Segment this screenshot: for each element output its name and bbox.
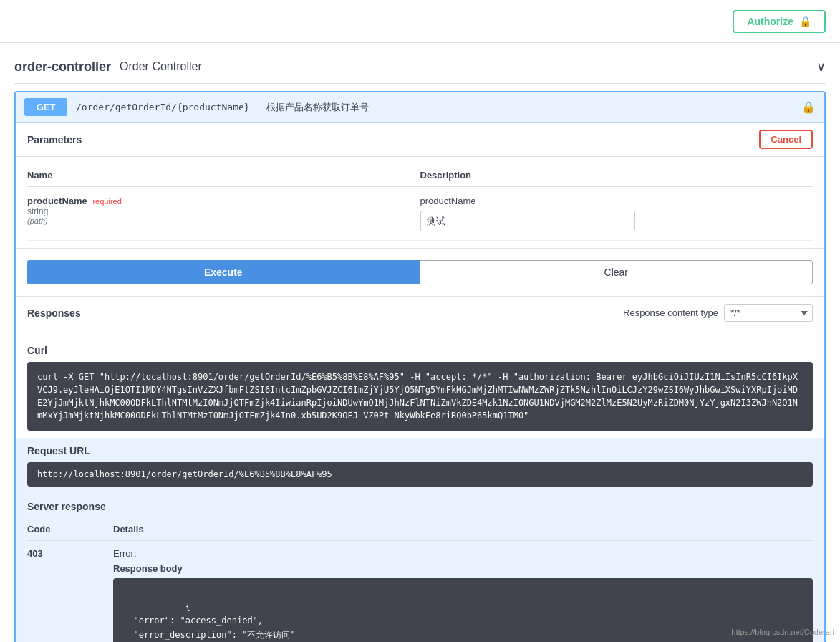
controller-header: order-controller Order Controller ∨ [14, 50, 826, 84]
authorize-button[interactable]: Authorize 🔒 [733, 10, 826, 33]
chevron-down-icon[interactable]: ∨ [816, 59, 826, 75]
parameters-table: Name Description productName required st… [16, 157, 824, 248]
response-body-label: Response body [113, 563, 813, 574]
param-location: (path) [27, 216, 420, 225]
rct-label: Response content type [623, 307, 718, 318]
watermark: https://blog.csdn.net/Coderari [731, 628, 834, 636]
params-table-header: Name Description [27, 164, 813, 187]
method-badge: GET [24, 98, 67, 116]
curl-title: Curl [27, 345, 813, 356]
cancel-button[interactable]: Cancel [759, 130, 813, 149]
content-type-select[interactable]: */* application/json text/plain [724, 304, 813, 322]
parameters-label: Parameters [27, 134, 82, 145]
authorize-label: Authorize [747, 16, 793, 27]
col-description-header: Description [420, 170, 814, 181]
response-table-header: Code Details [27, 518, 813, 541]
response-status-code: 403 [27, 548, 113, 559]
response-content-type-group: Response content type */* application/js… [623, 304, 813, 322]
lock-icon: 🔒 [799, 16, 811, 27]
parameters-section: Parameters Cancel Name Description produ… [16, 122, 824, 296]
request-url-value: http://localhost:8901/order/getOrderId/%… [27, 462, 813, 487]
param-required-badge: required [92, 197, 121, 206]
response-details: Error: Response body { "error": "access_… [113, 548, 813, 642]
curl-section: Curl curl -X GET "http://localhost:8901/… [16, 337, 824, 438]
param-name-line: productName required [27, 196, 420, 206]
responses-header: Responses Response content type */* appl… [27, 304, 813, 322]
response-error-label: Error: [113, 548, 813, 559]
endpoint-lock-icon: 🔒 [801, 100, 816, 114]
server-response-section: Server response Code Details 403 Error: … [16, 494, 824, 642]
top-bar: Authorize 🔒 [0, 0, 840, 43]
main-content: order-controller Order Controller ∨ GET … [0, 43, 840, 642]
execute-button[interactable]: Execute [27, 260, 420, 284]
responses-section: Responses Response content type */* appl… [16, 296, 824, 337]
response-col-code: Code [27, 524, 113, 535]
response-col-details: Details [113, 524, 813, 535]
param-description: productName [420, 196, 814, 206]
request-url-title: Request URL [27, 445, 813, 456]
clear-button[interactable]: Clear [420, 260, 814, 284]
response-row: 403 Error: Response body { "error": "acc… [27, 541, 813, 642]
endpoint-path: /order/getOrderId/{productName} 根据产品名称获取… [76, 101, 369, 114]
controller-description: Order Controller [120, 60, 202, 73]
col-name-header: Name [27, 170, 420, 181]
endpoint-block: GET /order/getOrderId/{productName} 根据产品… [14, 91, 826, 642]
execute-section: Execute Clear [16, 248, 824, 296]
param-row: productName required string (path) produ… [27, 187, 813, 241]
controller-title: order-controller Order Controller [14, 59, 202, 75]
param-name-cell: productName required string (path) [27, 196, 420, 225]
response-body-content: { "error": "access_denied", "error_descr… [123, 602, 296, 642]
param-value-input[interactable] [420, 211, 635, 231]
curl-code-block: curl -X GET "http://localhost:8901/order… [27, 362, 813, 431]
responses-label: Responses [27, 307, 81, 319]
request-url-section: Request URL http://localhost:8901/order/… [16, 438, 824, 494]
param-type: string [27, 206, 420, 216]
server-response-label: Server response [27, 501, 813, 512]
param-desc-cell: productName [420, 196, 814, 231]
parameters-header: Parameters Cancel [16, 123, 824, 157]
endpoint-header[interactable]: GET /order/getOrderId/{productName} 根据产品… [16, 92, 824, 122]
controller-name: order-controller [14, 59, 111, 75]
response-body-block: { "error": "access_denied", "error_descr… [113, 578, 813, 642]
param-name: productName [27, 196, 87, 206]
